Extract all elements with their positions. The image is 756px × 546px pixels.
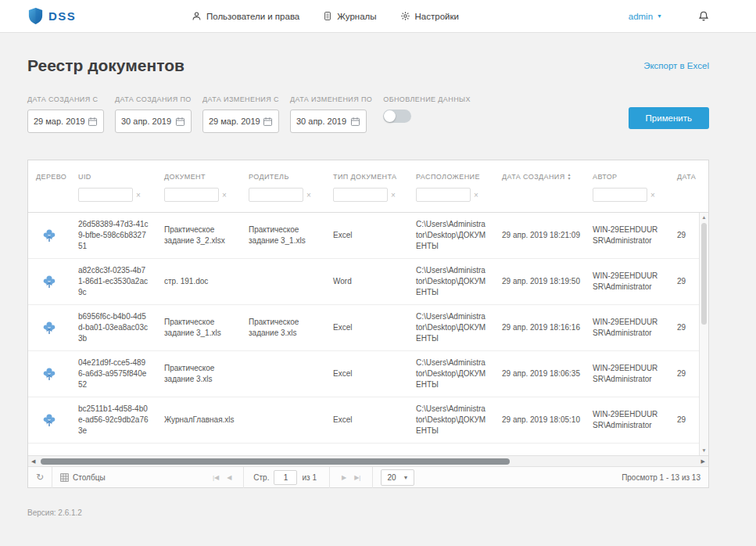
uid-cell: 04e21d9f-cce5-4896-a6d3-a9575f840e52 — [70, 357, 156, 390]
page-size-select[interactable]: 20 ▼ — [381, 469, 414, 486]
prev-page-icon[interactable]: ◀ — [223, 474, 235, 481]
chevron-down-icon: ▼ — [403, 475, 409, 480]
scroll-right-icon[interactable]: ▶ — [698, 456, 708, 467]
horizontal-scrollbar[interactable]: ◀ ▶ — [28, 455, 708, 466]
document-cell: Практическое задание 3_1.xls — [156, 317, 241, 339]
tree-icon[interactable] — [41, 274, 57, 290]
col-document[interactable]: ДОКУМЕНТ — [156, 173, 241, 181]
col-tree[interactable]: ДЕРЕВО — [28, 173, 70, 181]
author-cell: WIN-29EEHDUURSR\Administrator — [585, 317, 669, 339]
tree-icon[interactable] — [41, 320, 57, 336]
location-cell: C:\Users\Administrator\Desktop\ДОКУМЕНТЫ — [408, 265, 494, 298]
location-cell: C:\Users\Administrator\Desktop\ДОКУМЕНТЫ — [408, 357, 494, 390]
refresh-icon[interactable]: ↻ — [36, 472, 44, 483]
created-cell: 29 апр. 2019 18:19:50 — [494, 276, 585, 287]
last-page-icon[interactable]: ▶| — [350, 474, 364, 481]
date-value: 29 мар. 2019 — [209, 117, 260, 126]
location-cell: C:\Users\Administrator\Desktop\ДОКУМЕНТЫ — [408, 311, 494, 344]
pagination: |◀ ◀ Стр. из 1 ▶ ▶| 20 ▼ — [209, 467, 415, 488]
bell-icon[interactable] — [698, 10, 709, 22]
calendar-icon[interactable] — [350, 117, 360, 127]
page-title: Реестр документов — [27, 56, 185, 75]
date-created-from-input[interactable]: 29 мар. 2019 — [27, 110, 104, 133]
author-filter-input[interactable] — [593, 188, 647, 202]
uid-cell: b6956f6c-b4b0-4d5d-ba01-03ea8ac03c3b — [70, 311, 156, 344]
col-doc-type[interactable]: ТИП ДОКУМЕНТА — [325, 173, 408, 181]
first-page-icon[interactable]: |◀ — [209, 474, 223, 481]
nav-journals[interactable]: Журналы — [323, 11, 376, 21]
tree-icon[interactable] — [41, 366, 57, 383]
filter-label: ДАТА ИЗМЕНЕНИЯ С — [202, 95, 279, 103]
columns-button[interactable]: Столбцы — [60, 473, 106, 482]
location-filter-input[interactable] — [416, 188, 471, 202]
table-row[interactable]: a82c8c3f-0235-4b71-86d1-ec3530a2ac9c стр… — [28, 259, 708, 305]
scroll-left-icon[interactable]: ◀ — [28, 456, 38, 467]
table-row[interactable]: 26d58389-47d3-41c9-bfbe-598c6b832751 Пра… — [28, 213, 708, 259]
document-cell: ЖурналГлавная.xls — [156, 415, 241, 426]
document-cell: стр. 191.doc — [156, 276, 241, 287]
vertical-scrollbar-thumb[interactable] — [701, 223, 707, 325]
app-version: Версия: 2.6.1.2 — [27, 508, 756, 517]
page-total-label: из 1 — [302, 473, 317, 482]
nav-users-label: Пользователи и права — [206, 12, 299, 21]
clear-filter-icon[interactable]: × — [391, 191, 396, 199]
col-uid[interactable]: UID — [70, 173, 156, 181]
tree-icon[interactable] — [41, 228, 57, 244]
scroll-up-icon[interactable]: ▲ — [700, 213, 708, 222]
nav-settings[interactable]: Настройки — [400, 11, 459, 21]
calendar-icon[interactable] — [263, 117, 273, 127]
uid-cell: bc2511b1-4d58-4b0e-ad56-92c9db2a763e — [70, 404, 156, 436]
col-location[interactable]: РАСПОЛОЖЕНИЕ — [408, 173, 494, 181]
filter-bar: ДАТА СОЗДАНИЯ С 29 мар. 2019 ДАТА СОЗДАН… — [27, 95, 709, 133]
col-author[interactable]: АВТОР — [585, 173, 669, 181]
clear-filter-icon[interactable]: × — [306, 191, 311, 199]
clear-filter-icon[interactable]: × — [222, 191, 227, 199]
doc-type-cell: Excel — [325, 415, 408, 426]
parent-filter-input[interactable] — [249, 188, 303, 202]
col-created-label: ДАТА СОЗДАНИЯ — [502, 173, 565, 181]
col-parent[interactable]: РОДИТЕЛЬ — [241, 173, 325, 181]
doc-type-filter-input[interactable] — [333, 188, 388, 202]
created-cell: 29 апр. 2019 18:21:09 — [494, 230, 585, 241]
nav-journals-label: Журналы — [337, 12, 376, 21]
clear-filter-icon[interactable]: × — [650, 191, 655, 199]
user-menu[interactable]: admin ▼ — [629, 12, 662, 21]
date-created-to-input[interactable]: 30 апр. 2019 — [115, 110, 192, 133]
table-row[interactable]: 4f8b1d0e-4c58-4a2e- C:\Users\Administrat… — [28, 444, 708, 455]
topbar-right: admin ▼ — [629, 10, 709, 22]
col-created[interactable]: ДАТА СОЗДАНИЯ ▴▾ — [494, 173, 585, 181]
export-excel-link[interactable]: Экспорт в Excel — [643, 61, 709, 70]
uid-filter-input[interactable] — [78, 188, 133, 202]
created-cell: 29 апр. 2019 18:05:10 — [494, 415, 585, 426]
tree-icon[interactable] — [41, 412, 57, 429]
sort-icon[interactable]: ▴▾ — [568, 173, 571, 181]
clear-filter-icon[interactable]: × — [136, 191, 141, 199]
calendar-icon[interactable] — [88, 117, 98, 127]
document-filter-input[interactable] — [164, 188, 219, 202]
calendar-icon[interactable] — [175, 117, 185, 127]
table-body: 26d58389-47d3-41c9-bfbe-598c6b832751 Пра… — [28, 213, 708, 455]
date-modified-to-input[interactable]: 30 апр. 2019 — [290, 110, 367, 133]
date-modified-from-input[interactable]: 29 мар. 2019 — [202, 110, 279, 133]
horizontal-scrollbar-thumb[interactable] — [41, 458, 510, 465]
app-logo[interactable]: DSS — [27, 7, 76, 25]
author-cell: WIN-29EEHDUURSR\Administrator — [585, 271, 669, 293]
vertical-scrollbar[interactable]: ▲ ▼ — [699, 213, 708, 455]
next-page-icon[interactable]: ▶ — [338, 474, 350, 481]
page-number-input[interactable] — [274, 470, 297, 485]
filter-label: ДАТА СОЗДАНИЯ ПО — [115, 95, 192, 103]
scroll-down-icon[interactable]: ▼ — [700, 446, 708, 455]
parent-cell: Практическое задание 3_1.xls — [241, 225, 325, 246]
table-row[interactable]: b6956f6c-b4b0-4d5d-ba01-03ea8ac03c3b Пра… — [28, 305, 708, 351]
view-range-info: Просмотр 1 - 13 из 13 — [622, 473, 700, 482]
filter-label: ДАТА СОЗДАНИЯ С — [27, 95, 104, 103]
clear-filter-icon[interactable]: × — [474, 191, 478, 199]
nav-users-rights[interactable]: Пользователи и права — [192, 11, 299, 21]
table-row[interactable]: 04e21d9f-cce5-4896-a6d3-a9575f840e52 Пра… — [28, 351, 708, 397]
apply-button[interactable]: Применить — [629, 107, 709, 129]
data-refresh-toggle[interactable] — [383, 110, 411, 123]
document-cell: Практическое задание 3.xls — [156, 363, 241, 385]
journal-icon — [323, 11, 332, 21]
table-row[interactable]: bc2511b1-4d58-4b0e-ad56-92c9db2a763e Жур… — [28, 397, 708, 444]
col-modified[interactable]: ДАТА — [669, 173, 708, 181]
